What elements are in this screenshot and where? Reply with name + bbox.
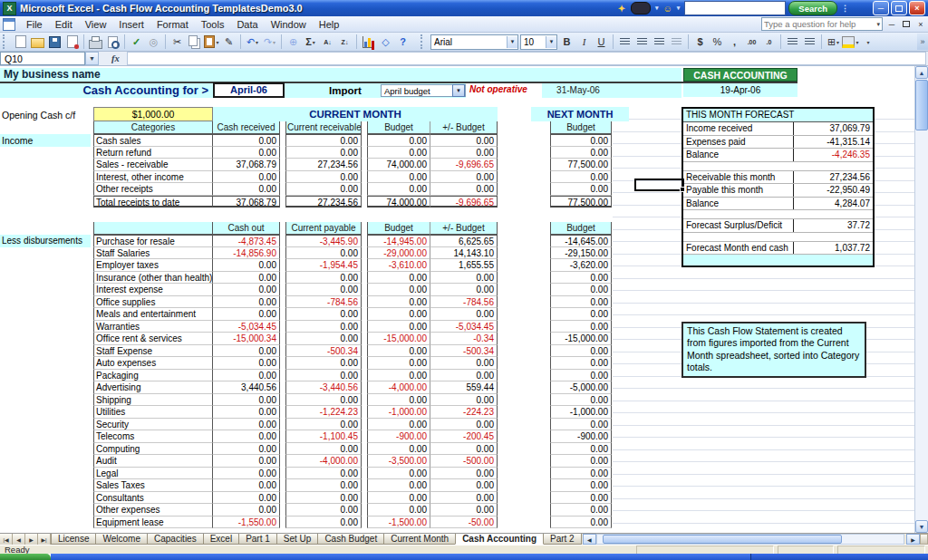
sheet-tab-set-up[interactable]: Set Up <box>276 534 319 545</box>
value-cell[interactable]: 0.00 <box>213 183 280 196</box>
help-dropdown-icon[interactable]: ▾ <box>876 21 880 28</box>
value-cell[interactable]: 0.00 <box>213 296 280 309</box>
forecast-value[interactable]: 27,234.56 <box>793 171 873 184</box>
value-cell[interactable]: 0.00 <box>367 308 430 321</box>
value-cell[interactable]: 0.00 <box>213 406 280 419</box>
category-cell[interactable]: Packaging <box>93 370 213 382</box>
current-month-header[interactable]: CURRENT MONTH <box>213 107 498 121</box>
category-cell[interactable]: Meals and entertainment <box>93 308 213 321</box>
category-cell[interactable]: Consultants <box>93 492 213 505</box>
value-cell[interactable]: 0.00 <box>285 284 362 296</box>
value-cell[interactable]: -29,000.00 <box>367 247 430 260</box>
align-left-icon[interactable] <box>616 34 633 50</box>
value-cell[interactable]: 0.00 <box>550 468 612 480</box>
font-name-dropdown-icon[interactable]: ▼ <box>507 36 517 48</box>
value-cell[interactable]: 0.00 <box>550 479 612 492</box>
value-cell[interactable]: 0.00 <box>367 134 430 147</box>
period-cell[interactable]: April-06 <box>213 82 285 98</box>
workbook-minimize-button[interactable]: ─ <box>885 18 898 30</box>
category-cell[interactable]: Auto expenses <box>93 357 213 370</box>
menu-data[interactable]: Data <box>230 18 264 31</box>
value-cell[interactable]: -500.34 <box>430 345 498 358</box>
align-center-icon[interactable] <box>633 34 651 50</box>
value-cell[interactable]: 0.00 <box>430 419 498 431</box>
sheet-tab-capacities[interactable]: Capacities <box>147 534 204 545</box>
sheet-tab-current-month[interactable]: Current Month <box>383 534 456 545</box>
category-cell[interactable]: Categories <box>93 121 213 134</box>
value-cell[interactable]: 0.00 <box>367 183 430 196</box>
value-cell[interactable]: 0.00 <box>430 468 498 480</box>
value-cell[interactable]: -1,500.00 <box>367 517 430 529</box>
font-size-dropdown-icon[interactable]: ▼ <box>546 36 556 48</box>
value-cell[interactable]: 0.00 <box>213 345 280 358</box>
redo-icon-dropdown[interactable]: ▾ <box>273 39 276 45</box>
sort-descending-icon[interactable]: Z↓ <box>336 34 353 50</box>
cash-accounting-date-cell[interactable]: 19-Apr-06 <box>683 83 798 97</box>
category-cell[interactable]: Other expenses <box>93 504 213 517</box>
import-dropdown-icon[interactable]: ▼ <box>452 84 465 97</box>
scroll-up-icon[interactable]: ▲ <box>915 66 928 79</box>
value-cell[interactable]: 0.00 <box>213 479 280 492</box>
value-cell[interactable]: 0.00 <box>550 272 612 285</box>
category-cell[interactable]: Shipping <box>93 394 213 407</box>
open-icon[interactable] <box>29 34 46 50</box>
value-cell[interactable]: Cash received <box>213 121 280 134</box>
fill-color-icon[interactable]: ▾ <box>842 34 859 50</box>
font-name-combo[interactable]: Arial ▼ <box>430 34 518 50</box>
value-cell[interactable]: 0.00 <box>430 394 498 407</box>
value-cell[interactable]: 0.00 <box>285 147 362 159</box>
value-cell[interactable]: 37,068.79 <box>213 159 280 171</box>
value-cell[interactable]: 0.00 <box>285 517 362 529</box>
forecast-label[interactable]: Balance <box>683 198 793 210</box>
excel-app-icon[interactable]: X <box>3 2 16 15</box>
value-cell[interactable]: 0.00 <box>367 357 430 370</box>
value-cell[interactable]: 0.00 <box>430 504 498 517</box>
autosum-icon[interactable]: Σ▾ <box>302 34 319 50</box>
forecast-label[interactable]: Income received <box>683 122 793 135</box>
horizontal-scrollbar[interactable] <box>596 534 904 545</box>
forecast-value[interactable] <box>794 162 873 170</box>
underline-icon[interactable]: U <box>593 34 610 50</box>
value-cell[interactable]: -1,224.23 <box>285 406 362 419</box>
undo-icon-dropdown[interactable]: ▾ <box>256 39 258 45</box>
forecast-value[interactable]: 37.72 <box>793 219 873 232</box>
statement-date-cell[interactable]: 31-May-06 <box>540 83 616 98</box>
value-cell[interactable]: 27,234.56 <box>285 196 362 208</box>
value-cell[interactable]: +/- Budget <box>430 222 498 235</box>
value-cell[interactable]: 0.00 <box>430 147 498 159</box>
value-cell[interactable]: 0.00 <box>285 308 362 321</box>
menu-format[interactable]: Format <box>150 18 195 31</box>
value-cell[interactable]: -1,954.45 <box>285 259 362 272</box>
value-cell[interactable]: 0.00 <box>550 370 612 382</box>
value-cell[interactable]: 0.00 <box>550 171 612 184</box>
value-cell[interactable]: -3,500.00 <box>367 455 430 468</box>
help-icon[interactable]: ? <box>394 34 411 50</box>
currency-style-icon[interactable]: $ <box>691 34 709 50</box>
forecast-value[interactable]: 4,284.07 <box>793 198 873 210</box>
forecast-value[interactable] <box>794 233 873 241</box>
value-cell[interactable]: 1,655.55 <box>430 259 498 272</box>
save-icon[interactable] <box>46 34 63 50</box>
close-button[interactable]: × <box>909 1 925 15</box>
category-cell[interactable]: Office rent & services <box>93 333 213 345</box>
value-cell[interactable]: 0.00 <box>367 171 430 184</box>
forecast-footer-cell[interactable] <box>683 255 873 266</box>
category-cell[interactable]: Insurance (other than health) <box>93 272 213 285</box>
category-cell[interactable]: Employer taxes <box>93 259 213 272</box>
category-cell[interactable]: Equipment lease <box>93 517 213 529</box>
value-cell[interactable]: -15,000.00 <box>367 333 430 345</box>
forecast-value[interactable]: 37,069.79 <box>793 122 873 135</box>
value-cell[interactable]: 0.00 <box>213 357 280 370</box>
forecast-label[interactable] <box>683 233 794 241</box>
value-cell[interactable]: 0.00 <box>430 370 498 382</box>
value-cell[interactable]: 0.00 <box>430 284 498 296</box>
value-cell[interactable]: 0.00 <box>550 492 612 505</box>
value-cell[interactable]: 0.00 <box>550 357 612 370</box>
chart-wizard-icon[interactable] <box>360 34 377 50</box>
value-cell[interactable]: 0.00 <box>285 333 362 345</box>
category-cell[interactable]: Legal <box>93 468 213 480</box>
value-cell[interactable]: 0.00 <box>213 430 280 443</box>
value-cell[interactable]: 0.00 <box>430 272 498 285</box>
menu-insert[interactable]: Insert <box>112 18 150 31</box>
value-cell[interactable]: 27,234.56 <box>285 159 362 171</box>
